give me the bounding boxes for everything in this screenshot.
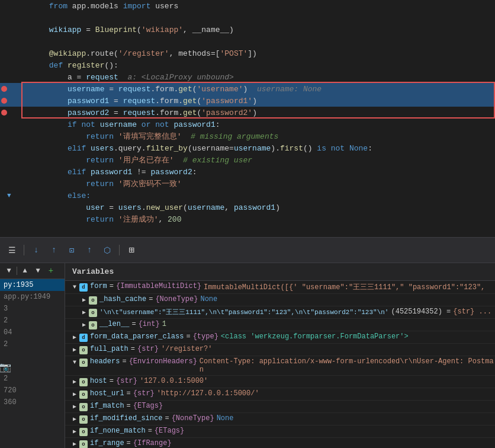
code-line: wikiapp = Blueprint('wikiapp', __name__) [0,24,495,36]
var-type: {ETags} [133,402,163,410]
var-type: {NoneType} [155,295,198,303]
expand-arrow[interactable]: ▶ [79,320,89,329]
variable-row-key[interactable]: ▶ o '\n\t"username":"王三三1111",\n\t"passw… [65,306,495,319]
var-name: '\n\t"username":"王三三1111",\n\t"password1… [99,308,388,316]
expand-arrow[interactable]: ▶ [70,427,79,436]
step-out-button[interactable]: ⊡ [65,243,79,257]
sidebar-spacer [0,350,65,362]
var-value: None [200,295,495,303]
code-line: return '注册成功', 200 [0,213,495,225]
var-value: Content-Type: application/x-www-form-url… [200,357,495,374]
var-type: {str} [116,377,137,385]
expand-arrow[interactable]: ▶ [79,308,89,317]
type-icon: o [89,296,97,305]
expand-arrow[interactable]: ▶ [70,389,79,399]
down-button[interactable]: ▼ [33,265,43,276]
menu-icon-button[interactable]: ☰ [5,243,19,257]
variable-row-if-modified[interactable]: ▶ o if_modified_since = {NoneType} None [65,413,495,425]
sidebar-line-item[interactable]: 2 [0,373,65,385]
var-equals: = [127,389,131,398]
var-value: 1 [162,320,495,328]
bottom-left-sidebar: ▼ ▲ ▼ + py:1935 app.py:1949 3 2 04 2 📷 2… [0,263,65,448]
grid-view-button[interactable]: ⊞ [124,243,139,257]
variables-title: Variables [72,267,114,276]
var-name-headers: headers [90,357,120,366]
var-equals: = [122,357,126,366]
var-name: __len__ [99,320,129,328]
var-name: _hash_cache [99,295,146,303]
type-icon: o [79,378,88,386]
var-value: '127.0.0.1:5000' [140,377,495,385]
expand-arrow[interactable]: ▼ [70,282,79,292]
expand-arrow[interactable]: ▶ [70,414,79,424]
expand-arrow[interactable]: ▶ [70,439,79,448]
var-type: {int} [139,320,160,328]
var-type: {str} [133,389,155,398]
sidebar-line-item[interactable]: 720 [0,385,65,396]
var-equals: = [148,427,152,435]
up-button[interactable]: ▲ [20,265,30,276]
stop-button[interactable]: ⬡ [100,243,114,257]
var-name: form [90,282,107,290]
var-equals: = [131,345,135,353]
variable-row-full-path[interactable]: ▶ o full_path = {str} '/register?' [65,344,495,356]
var-name: full_path [90,345,128,353]
variable-row-if-range[interactable]: ▶ o if_range = {IfRange} [65,438,495,448]
expand-arrow[interactable]: ▶ [70,345,79,354]
sidebar-line-item[interactable]: 04 [0,327,65,338]
expand-arrow[interactable]: ▼ [70,357,79,367]
var-name: host_url [90,389,124,398]
variable-row-if-none-match[interactable]: ▶ o if_none_match = {ETags} [65,425,495,438]
var-value: {str} ... [453,308,495,316]
expand-arrow[interactable]: ▶ [70,402,79,411]
type-icon: o [89,309,97,317]
var-equals: = [149,295,153,303]
var-equals: = [186,332,190,341]
variable-row-hash[interactable]: ▶ o _hash_cache = {NoneType} None [65,294,495,306]
variable-row-headers[interactable]: ▼ o headers = {EnvironHeaders} Content-T… [65,356,495,376]
sidebar-line-item[interactable]: 2 [0,338,65,350]
line-content: # @wikiapp.route('/register', methods=['… [18,230,495,238]
expand-arrow[interactable]: ▶ [79,295,89,305]
dropdown-button[interactable]: ▼ [4,265,14,276]
variable-row-len[interactable]: ▶ o __len__ = {int} 1 [65,319,495,331]
code-editor: from app.models import users wikiapp = B… [0,0,495,237]
sidebar-line-item[interactable]: app.py:1949 [0,291,65,303]
var-type: {type} [193,332,218,341]
var-equals: = [110,282,114,290]
add-button[interactable]: + [46,265,56,276]
var-name: if_modified_since [90,414,162,423]
variables-header: Variables [65,263,495,281]
variable-row-if-match[interactable]: ▶ o if_match = {ETags} [65,401,495,413]
type-icon: o [79,359,88,367]
var-value: 'http://127.0.0.1:5000/' [157,389,495,398]
type-icon: o [89,321,97,329]
expand-arrow[interactable]: ▶ [70,332,79,342]
var-type: {NoneType} [172,414,214,423]
separator [17,267,17,275]
var-value: None [217,414,495,423]
var-type: {EnvironHeaders} [129,357,197,366]
type-icon: d [79,334,88,342]
variable-row-host-url[interactable]: ▶ o host_url = {str} 'http://127.0.0.1:5… [65,388,495,401]
sidebar-line-item[interactable]: 360 [0,396,65,408]
sidebar-line-item[interactable]: 3 [0,303,65,315]
step-into-button[interactable]: ↑ [47,243,61,257]
variable-row-host[interactable]: ▶ o host = {str} '127.0.0.1:5000' [65,376,495,388]
code-line: from app.models import users [0,0,495,12]
debugger-toolbar: ☰ ↓ ↑ ⊡ ↑ ⬡ ⊞ [0,237,495,263]
sidebar-line-item[interactable]: py:1935 [0,279,65,291]
expand-arrow[interactable]: ▶ [70,377,79,386]
variable-row-fdpc[interactable]: ▶ d form_data_parser_class = {type} <cla… [65,331,495,344]
variables-panel[interactable]: Variables ▼ d form = {ImmutableMultiDict… [65,263,495,448]
var-name: form_data_parser_class [90,332,184,341]
variable-row-form[interactable]: ▼ d form = {ImmutableMultiDict} Immutabl… [65,281,495,294]
var-type: {ETags} [155,427,184,435]
step-over-button[interactable]: ↓ [29,243,43,257]
restart-button[interactable]: ↑ [82,243,97,257]
var-name: if_range [90,439,124,447]
type-icon: d [79,283,88,292]
type-icon: o [79,415,88,424]
sidebar-line-item[interactable]: 2 [0,315,65,327]
camera-icon-button[interactable]: 📷 [0,362,11,373]
